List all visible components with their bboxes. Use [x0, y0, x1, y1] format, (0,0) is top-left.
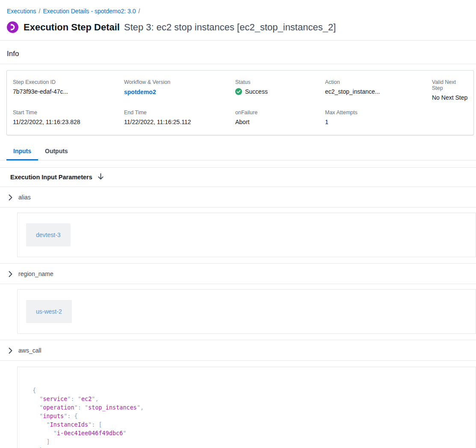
field-valid-next-step: Valid Next Step No Next Step	[432, 79, 467, 101]
region-name-value-chip[interactable]: us-west-2	[26, 300, 72, 323]
execution-input-parameters-label: Execution Input Parameters	[10, 174, 92, 181]
expander-region-name[interactable]: region_name	[0, 264, 476, 284]
field-start-time: Start Time 11/22/2022, 11:16:23.828	[13, 110, 124, 125]
download-arrow-icon[interactable]	[98, 173, 104, 181]
expander-label-region-name: region_name	[18, 270, 53, 277]
aws-call-json-code: { "service": "ec2", "operation": "stop_i…	[33, 386, 467, 448]
field-step-execution-id: Step Execution ID 7b73f93e-edaf-47c...	[13, 79, 124, 101]
expander-alias[interactable]: alias	[0, 187, 476, 208]
workflow-link[interactable]: spotdemo2	[124, 89, 156, 95]
field-label: onFailure	[235, 110, 325, 116]
tabs: Inputs Outputs	[0, 144, 476, 160]
chevron-right-icon	[9, 271, 12, 277]
field-value: 1	[325, 119, 432, 125]
field-end-time: End Time 11/22/2022, 11:16:25.112	[124, 110, 235, 125]
breadcrumb-link-execution-details[interactable]: Execution Details - spotdemo2: 3.0	[43, 8, 136, 15]
tab-inputs[interactable]: Inputs	[6, 144, 38, 160]
expander-aws-call-content: { "service": "ec2", "operation": "stop_i…	[0, 367, 476, 448]
breadcrumb-separator: /	[38, 8, 40, 15]
field-value: 7b73f93e-edaf-47c...	[13, 88, 124, 95]
info-heading: Info	[0, 41, 476, 58]
chevron-right-icon	[9, 194, 12, 201]
field-onfailure: onFailure Abort	[235, 110, 325, 125]
field-value: ec2_stop_instance...	[325, 88, 432, 95]
execution-input-parameters-header: Execution Input Parameters	[0, 167, 476, 187]
field-label: Valid Next Step	[432, 79, 467, 91]
field-label: End Time	[124, 110, 235, 116]
field-max-attempts: Max Attempts 1	[325, 110, 432, 125]
field-value: 11/22/2022, 11:16:23.828	[13, 119, 124, 125]
field-value: Abort	[235, 119, 325, 125]
field-label: Max Attempts	[325, 110, 432, 116]
divider	[0, 64, 476, 64]
field-workflow-version: Workflow & Version spotdemo2	[124, 79, 235, 101]
status-badge: Success	[245, 88, 268, 95]
page-subtitle: Step 3: ec2 stop instances [ec2_stop_ins…	[124, 22, 336, 33]
field-label: Start Time	[13, 110, 124, 116]
expander-label-aws-call: aws_call	[18, 347, 41, 354]
field-label: Workflow & Version	[124, 79, 235, 85]
success-check-icon	[235, 88, 242, 95]
field-status: Status Success	[235, 79, 325, 101]
field-action: Action ec2_stop_instance...	[325, 79, 432, 101]
field-label: Step Execution ID	[13, 79, 124, 85]
json-code-box: { "service": "ec2", "operation": "stop_i…	[17, 367, 476, 448]
field-value: No Next Step	[432, 94, 467, 101]
alias-value-chip[interactable]: devtest-3	[26, 223, 71, 246]
expander-alias-content: devtest-3	[0, 213, 476, 264]
expander-aws-call[interactable]: aws_call	[0, 340, 476, 361]
tab-outputs[interactable]: Outputs	[38, 144, 75, 160]
field-label: Action	[325, 79, 432, 85]
breadcrumb-separator: /	[139, 8, 140, 15]
expander-label-alias: alias	[18, 194, 31, 201]
info-card: Step Execution ID 7b73f93e-edaf-47c... W…	[6, 70, 474, 135]
chevron-right-icon	[9, 347, 12, 354]
breadcrumb: Executions/Execution Details - spotdemo2…	[0, 0, 476, 15]
page-title: Execution Step Detail	[24, 22, 120, 33]
field-value: 11/22/2022, 11:16:25.112	[124, 119, 235, 125]
breadcrumb-link-executions[interactable]: Executions	[7, 8, 36, 15]
page-header: Execution Step Detail Step 3: ec2 stop i…	[0, 15, 476, 33]
field-label: Status	[235, 79, 325, 85]
app-logo-icon	[7, 21, 18, 33]
expander-region-name-content: us-west-2	[0, 289, 476, 340]
